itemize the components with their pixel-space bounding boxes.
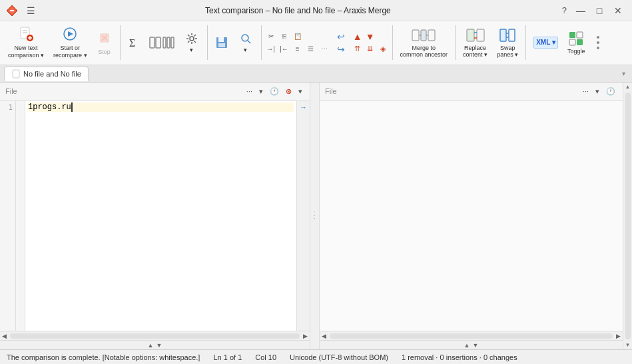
next-diff-button[interactable]: ▼ [364, 31, 376, 43]
toggle-button[interactable]: Toggle [563, 28, 589, 57]
right-pane-content[interactable] [320, 101, 623, 331]
svg-point-19 [190, 37, 194, 41]
divider-dots: ··· [311, 211, 319, 221]
left-nav-down[interactable]: ▼ [157, 342, 162, 349]
vertical-scrollbar[interactable]: ▲ ▼ [623, 83, 632, 349]
left-pane-scrollbar[interactable]: ◀ ▶ [0, 331, 310, 340]
more-options-icon [594, 31, 602, 55]
separator-2 [207, 25, 208, 60]
right-scroll-track[interactable] [330, 333, 613, 339]
code-content[interactable]: 1progs.ru [25, 101, 296, 331]
tab-chevron[interactable]: ▾ [619, 70, 628, 77]
v-scroll-track[interactable] [625, 92, 631, 339]
svg-point-51 [597, 41, 599, 44]
edit-tools-group: ✂ ⎘ 📋 →| |← ≡ ☰ ⋯ [265, 31, 330, 55]
save-button[interactable] [211, 33, 232, 52]
maximize-button[interactable]: □ [591, 2, 608, 19]
svg-point-50 [597, 36, 599, 39]
svg-rect-15 [156, 37, 160, 48]
tab-no-file[interactable]: No file and No file [4, 67, 89, 81]
text-cursor [71, 102, 73, 112]
tab-document-icon [11, 69, 21, 79]
svg-rect-29 [218, 37, 224, 42]
svg-rect-16 [163, 37, 166, 48]
pane-divider[interactable]: ··· [310, 83, 320, 349]
right-pane-history-btn[interactable]: 🕐 [604, 87, 617, 96]
new-document-icon [19, 27, 33, 43]
svg-rect-43 [509, 29, 515, 41]
left-pane-menu-btn[interactable]: ··· [244, 87, 254, 96]
right-pane-scrollbar[interactable]: ◀ ▶ [320, 331, 623, 340]
left-pane-stop-btn[interactable]: ⊗ [284, 87, 294, 96]
svg-rect-38 [467, 29, 474, 41]
left-nav-up[interactable]: ▲ [148, 342, 154, 349]
merge-to-common-button[interactable]: Merge tocommon ancestor [396, 25, 452, 62]
xml-button[interactable]: XML ▾ [529, 34, 562, 51]
swap-panes-button[interactable]: Swappanes ▾ [493, 25, 522, 62]
separator-1 [120, 25, 121, 60]
stop-icon [97, 31, 112, 47]
split-container: File ··· ▾ 🕐 ⊗ ▾ 1 [0, 83, 632, 349]
left-pane: File ··· ▾ 🕐 ⊗ ▾ 1 [0, 83, 310, 349]
statistics-button[interactable]: Σ [124, 33, 144, 52]
right-nav-down[interactable]: ▼ [473, 342, 479, 349]
more-edit-button[interactable]: ⋯ [318, 43, 330, 55]
left-pane-dropdown-btn[interactable]: ▾ [257, 87, 265, 96]
extra-diff-button[interactable]: ◈ [377, 43, 389, 55]
svg-rect-34 [421, 30, 426, 41]
stop-label: Stop [98, 49, 111, 55]
left-pane-content[interactable]: 1 1progs.ru → [0, 101, 310, 331]
changes-status: 1 removal · 0 insertions · 0 changes [402, 353, 517, 361]
line-ops-button[interactable]: ≡ [292, 43, 304, 55]
svg-rect-46 [569, 32, 575, 38]
replace-icon [466, 27, 485, 43]
find-button[interactable]: ▾ [234, 29, 258, 56]
paste-button[interactable]: 📋 [292, 31, 304, 43]
prev-diff-button[interactable]: ▲ [352, 31, 364, 43]
copy-button[interactable]: ⎘ [278, 31, 290, 43]
svg-line-32 [248, 41, 250, 43]
unindent-button[interactable]: |← [278, 43, 290, 55]
left-pane-history-btn[interactable]: 🕐 [268, 87, 281, 96]
settings-button[interactable]: ▾ [180, 29, 204, 56]
svg-rect-49 [577, 39, 583, 45]
stop-button[interactable]: Stop [93, 28, 117, 58]
close-button[interactable]: ✕ [609, 2, 627, 19]
more-options-button[interactable] [590, 24, 606, 62]
v-scroll-down[interactable]: ▼ [625, 341, 631, 349]
first-diff-button[interactable]: ⇈ [352, 43, 364, 55]
new-text-comparison-button[interactable]: New textcomparison ▾ [4, 24, 48, 62]
left-pane-expand-btn[interactable]: ▾ [296, 87, 304, 96]
cut-button[interactable]: ✂ [265, 31, 277, 43]
diff-arrow-1: → [300, 103, 307, 111]
diff-arrow-gutter: → [296, 101, 310, 331]
format-button[interactable]: ☰ [305, 43, 317, 55]
minimize-button[interactable]: — [572, 2, 589, 19]
left-scroll-left[interactable]: ◀ [0, 333, 9, 339]
right-pane-dropdown-btn[interactable]: ▾ [593, 87, 601, 96]
last-diff-button[interactable]: ⇊ [364, 43, 376, 55]
redo-button[interactable]: ↪ [332, 43, 350, 55]
right-nav-up[interactable]: ▲ [464, 342, 470, 349]
status-bar: The comparison is complete. [Notable opt… [0, 349, 632, 364]
svg-rect-30 [218, 43, 225, 47]
help-button[interactable]: ? [557, 3, 572, 18]
left-scroll-track[interactable] [10, 333, 300, 339]
undo-button[interactable]: ↩ [332, 31, 350, 43]
left-scroll-right[interactable]: ▶ [301, 333, 310, 339]
svg-line-24 [188, 35, 190, 37]
menu-button[interactable]: ☰ [23, 3, 39, 19]
start-recompare-button[interactable]: Start orrecompare ▾ [49, 24, 91, 62]
separator-6 [525, 25, 526, 60]
svg-rect-42 [500, 29, 506, 41]
col-status: Col 10 [255, 353, 276, 361]
indent-button[interactable]: →| [265, 43, 277, 55]
right-scroll-left[interactable]: ◀ [320, 333, 328, 339]
replace-content-button[interactable]: Replacecontent ▾ [459, 25, 491, 62]
svg-text:Σ: Σ [129, 37, 135, 49]
pane-layout-button[interactable] [145, 34, 178, 51]
v-scroll-up[interactable]: ▲ [625, 83, 631, 91]
right-scroll-right[interactable]: ▶ [614, 333, 623, 339]
line-number-gutter: 1 [0, 101, 16, 331]
right-pane-menu-btn[interactable]: ··· [581, 87, 591, 96]
